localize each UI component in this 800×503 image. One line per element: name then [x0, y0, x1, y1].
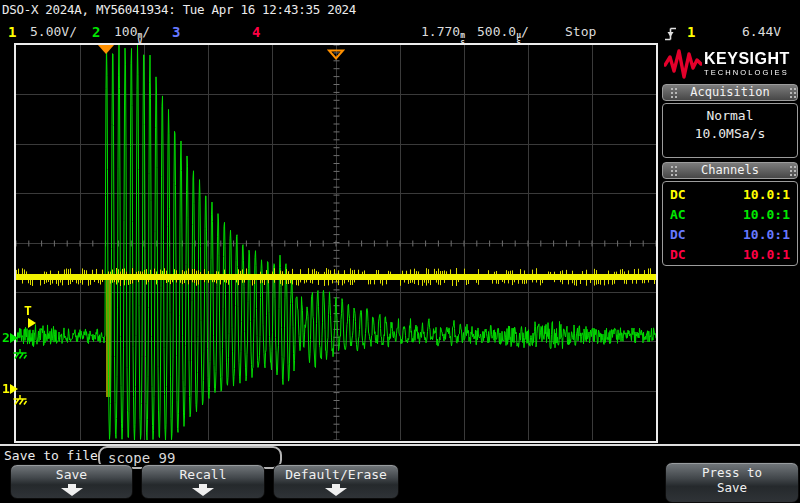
recall-softkey-label: Recall — [142, 467, 264, 482]
edge-trigger-icon — [664, 26, 677, 46]
ch1-position-label: 1 — [2, 382, 10, 395]
trigger-level[interactable]: 6.44V — [742, 24, 781, 39]
sample-rate: 10.0MSa/s — [663, 126, 797, 141]
down-arrow-icon — [188, 484, 218, 496]
down-arrow-icon — [57, 484, 87, 496]
trigger-level-marker[interactable] — [28, 318, 36, 328]
timebase-suffix: / — [521, 24, 529, 39]
channels-panel-header[interactable]: Channels — [662, 162, 798, 179]
recall-softkey[interactable]: Recall — [141, 464, 265, 499]
trigger-level-label: T — [24, 304, 32, 317]
ch1-ground-icon — [12, 391, 28, 410]
ch3-coupling: DC — [670, 225, 686, 245]
ch4-status-number[interactable]: 4 — [252, 24, 260, 40]
timebase-value: 500.0 — [477, 24, 516, 39]
ch2-status-number[interactable]: 2 — [92, 24, 100, 40]
default-erase-softkey-label: Default/Erase — [274, 467, 398, 482]
ch2-coupling: AC — [670, 205, 686, 225]
ch1-scale[interactable]: 5.00V/ — [30, 24, 77, 39]
ch2-position-marker[interactable] — [10, 333, 18, 343]
ch2-ground-icon — [12, 345, 28, 364]
ch2-coupling-row: AC 10.0:1 — [663, 205, 797, 225]
run-state[interactable]: Stop — [565, 24, 596, 39]
acquisition-panel-body: Normal 10.0MSa/s — [662, 103, 798, 158]
instrument-title: DSO-X 2024A, MY56041934: Tue Apr 16 12:4… — [2, 2, 356, 17]
press-to-save-softkey[interactable]: Press to Save — [665, 462, 799, 503]
brand-subtitle: TECHNOLOGIES — [704, 68, 789, 77]
ch3-status-number[interactable]: 3 — [172, 24, 180, 40]
default-erase-softkey[interactable]: Default/Erase — [273, 464, 399, 499]
press-to-save-line1: Press to — [666, 465, 798, 480]
time-reference-marker[interactable] — [327, 45, 345, 64]
oscilloscope-screen: DSO-X 2024A, MY56041934: Tue Apr 16 12:4… — [0, 0, 800, 503]
ch3-coupling-row: DC 10.0:1 — [663, 225, 797, 245]
save-softkey-label: Save — [11, 467, 132, 482]
grip-icon — [786, 88, 793, 99]
grip-icon — [667, 88, 674, 99]
press-to-save-line2: Save — [666, 480, 798, 495]
ch2-scale-value: 100 — [114, 24, 137, 39]
ch1-coupling: DC — [670, 185, 686, 205]
acquisition-title: Acquisition — [690, 85, 769, 99]
ch1-coupling-row: DC 10.0:1 — [663, 185, 797, 205]
save-softkey[interactable]: Save — [10, 464, 133, 499]
acquisition-panel-header[interactable]: Acquisition — [662, 84, 798, 101]
channels-title: Channels — [701, 163, 759, 177]
waveform-display — [16, 45, 656, 440]
down-arrow-icon — [321, 484, 351, 496]
ch4-coupling: DC — [670, 245, 686, 265]
delay-value: 1.770 — [421, 24, 460, 39]
ch3-probe-ratio: 10.0:1 — [743, 225, 790, 245]
keysight-spark-icon — [664, 49, 702, 83]
ch2-probe-ratio: 10.0:1 — [743, 205, 790, 225]
ch4-coupling-row: DC 10.0:1 — [663, 245, 797, 265]
ch2-position-label: 2 — [2, 331, 10, 344]
ch1-status-number[interactable]: 1 — [8, 24, 16, 40]
ch2-scale-suffix: / — [142, 24, 150, 39]
ch1-probe-ratio: 10.0:1 — [743, 185, 790, 205]
ch4-probe-ratio: 10.0:1 — [743, 245, 790, 265]
channels-panel-body: DC 10.0:1 AC 10.0:1 DC 10.0:1 DC 10.0:1 — [662, 181, 798, 266]
trigger-source[interactable]: 1 — [687, 24, 695, 40]
grip-icon — [786, 166, 793, 177]
acquisition-mode: Normal — [663, 108, 797, 123]
brand-name: KEYSIGHT — [704, 50, 790, 67]
trigger-time-marker[interactable] — [98, 45, 114, 54]
grip-icon — [667, 166, 674, 177]
